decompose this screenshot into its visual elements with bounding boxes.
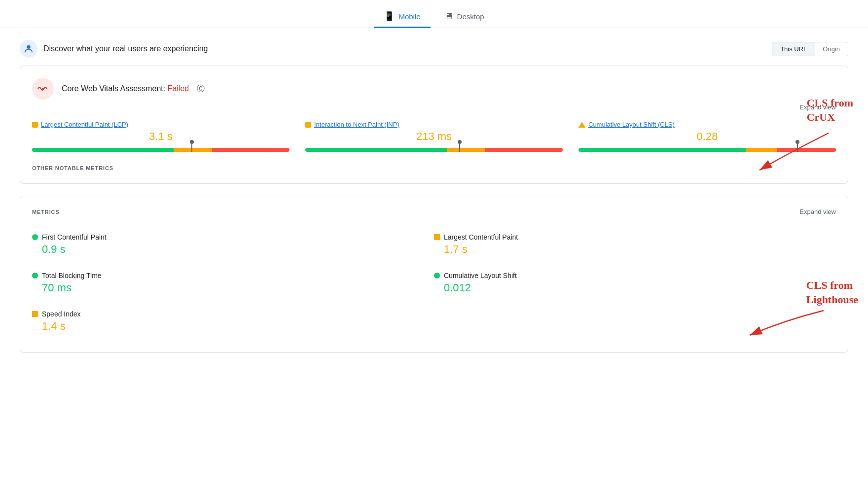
core-web-vitals-card: Core Web Vitals Assessment: Failed ⓪ Exp…: [20, 66, 848, 184]
section-title: Discover what your real users are experi…: [43, 44, 208, 53]
metric-fcp-row: First Contentful Paint 0.9 s: [32, 225, 434, 264]
metrics-left-col: First Contentful Paint 0.9 s Total Block…: [32, 225, 434, 341]
tab-desktop[interactable]: 🖥 Desktop: [434, 6, 494, 28]
main-content: Core Web Vitals Assessment: Failed ⓪ Exp…: [0, 66, 868, 353]
metric-lcp2-value: 1.7 s: [434, 243, 836, 256]
lcp-icon: [32, 122, 38, 128]
metric-cls2-row: Cumulative Layout Shift 0.012: [434, 264, 836, 302]
lcp-bar-red: [212, 148, 289, 152]
inp-indicator-pin: [459, 144, 460, 152]
metric-cls2-value: 0.012: [434, 281, 836, 294]
si-status-square: [32, 311, 38, 317]
cwv-title: Core Web Vitals Assessment: Failed: [62, 84, 189, 93]
metric-lcp2-label: Largest Contentful Paint: [434, 233, 836, 241]
this-url-button[interactable]: This URL: [772, 42, 815, 56]
expand-view-link[interactable]: Expand view: [799, 104, 836, 111]
section-icon: [20, 40, 37, 58]
url-origin-toggle: This URL Origin: [772, 42, 848, 56]
inp-progress-bar: [305, 148, 563, 152]
inp-bar-track: [305, 148, 563, 152]
metrics-grid: Largest Contentful Paint (LCP) 3.1 s: [32, 121, 836, 152]
cls2-status-dot: [434, 273, 440, 278]
expand-row: Expand view: [32, 104, 836, 111]
metric-cls-label[interactable]: Cumulative Layout Shift (CLS): [579, 121, 836, 128]
metrics-right-col: Largest Contentful Paint 1.7 s Cumulativ…: [434, 225, 836, 341]
lcp-progress-bar: [32, 148, 289, 152]
lcp-indicator-dot: [190, 140, 194, 144]
metrics-2col: First Contentful Paint 0.9 s Total Block…: [32, 225, 836, 341]
metric-inp: Interaction to Next Paint (INP) 213 ms: [305, 121, 563, 152]
metric-tbt-value: 70 ms: [32, 281, 434, 294]
metric-si-value: 1.4 s: [32, 320, 434, 333]
section-title-row: Discover what your real users are experi…: [20, 40, 208, 58]
metric-tbt-label: Total Blocking Time: [32, 272, 434, 279]
tab-desktop-label: Desktop: [457, 12, 484, 21]
metric-si-row: Speed Index 1.4 s: [32, 302, 434, 341]
cls-bar-red: [777, 148, 836, 152]
cls-progress-bar: [579, 148, 836, 152]
tbt-status-dot: [32, 273, 38, 278]
mobile-icon: 📱: [384, 11, 395, 22]
metric-tbt-row: Total Blocking Time 70 ms: [32, 264, 434, 302]
metric-fcp-value: 0.9 s: [32, 243, 434, 256]
metric-inp-label[interactable]: Interaction to Next Paint (INP): [305, 121, 563, 128]
metric-lcp2-row: Largest Contentful Paint 1.7 s: [434, 225, 836, 264]
tab-mobile[interactable]: 📱 Mobile: [374, 6, 430, 28]
metrics-expand-view-link[interactable]: Expand view: [799, 208, 836, 215]
lcp-indicator: [189, 146, 194, 154]
lcp-indicator-pin: [191, 144, 192, 152]
inp-bar-red: [485, 148, 563, 152]
other-metrics-label: OTHER NOTABLE METRICS: [32, 164, 836, 172]
cls-indicator-pin: [797, 144, 798, 152]
cls-indicator: [795, 146, 800, 154]
origin-button[interactable]: Origin: [815, 42, 848, 56]
metric-lcp-label[interactable]: Largest Contentful Paint (LCP): [32, 121, 289, 128]
inp-indicator: [457, 146, 462, 154]
fcp-status-dot: [32, 234, 38, 240]
metric-fcp-label: First Contentful Paint: [32, 233, 434, 241]
inp-bar-orange: [447, 148, 485, 152]
help-icon[interactable]: ⓪: [197, 84, 205, 94]
tab-mobile-label: Mobile: [398, 12, 420, 21]
cls-icon: [579, 122, 585, 128]
metrics-card: METRICS Expand view First Contentful Pai…: [20, 196, 848, 353]
metric-cls: Cumulative Layout Shift (CLS) 0.28: [579, 121, 836, 152]
inp-bar-green: [305, 148, 447, 152]
lcp-bar-track: [32, 148, 289, 152]
lcp-bar-green: [32, 148, 174, 152]
inp-icon: [305, 122, 311, 128]
metric-si-label: Speed Index: [32, 310, 434, 318]
metric-lcp-value: 3.1 s: [32, 130, 289, 143]
cwv-icon: [32, 78, 54, 100]
metric-inp-value: 213 ms: [305, 130, 563, 143]
metrics-card-header: METRICS Expand view: [32, 208, 836, 215]
cls-indicator-dot: [796, 140, 799, 144]
metrics-card-title: METRICS: [32, 209, 60, 215]
metric-lcp: Largest Contentful Paint (LCP) 3.1 s: [32, 121, 289, 152]
svg-point-0: [27, 45, 30, 49]
cls-bar-orange: [746, 148, 777, 152]
metric-cls2-label: Cumulative Layout Shift: [434, 272, 836, 279]
lcp2-status-square: [434, 234, 440, 240]
inp-indicator-dot: [458, 140, 462, 144]
cwv-header: Core Web Vitals Assessment: Failed ⓪: [32, 78, 836, 100]
cls-bar-green: [579, 148, 746, 152]
tab-bar: 📱 Mobile 🖥 Desktop: [0, 0, 868, 28]
section-header: Discover what your real users are experi…: [0, 40, 868, 58]
svg-point-1: [42, 88, 44, 90]
desktop-icon: 🖥: [444, 11, 453, 22]
